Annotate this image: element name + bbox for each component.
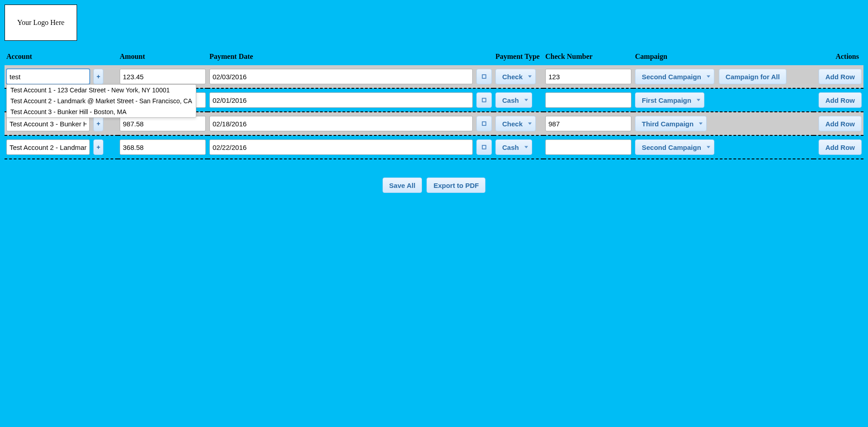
date-picker-button[interactable] (476, 69, 492, 84)
calendar-icon (482, 98, 486, 102)
save-all-button[interactable]: Save All (383, 178, 422, 193)
check-number-input[interactable] (545, 139, 631, 155)
campaign-dropdown[interactable]: Third Campaign (635, 116, 707, 131)
header-account: Account (5, 50, 118, 65)
calendar-icon (482, 145, 486, 149)
add-row-button[interactable]: Add Row (819, 69, 862, 84)
add-account-button[interactable]: + (93, 69, 103, 84)
autocomplete-option[interactable]: Test Account 2 - Landmark @ Market Stree… (7, 96, 196, 106)
payment-date-input[interactable] (209, 116, 473, 131)
header-campaign: Campaign (633, 50, 814, 65)
header-check-number: Check Number (543, 50, 633, 65)
header-payment-type: Payment Type (494, 50, 543, 65)
date-picker-button[interactable] (476, 92, 492, 108)
payment-date-input[interactable] (209, 69, 473, 84)
payments-table-wrap: Account Amount Payment Date Payment Type… (0, 45, 868, 164)
autocomplete-option[interactable]: Test Account 3 - Bunker Hill - Boston, M… (7, 106, 196, 117)
header-amount: Amount (118, 50, 208, 65)
campaign-dropdown[interactable]: Second Campaign (635, 69, 714, 84)
amount-input[interactable] (120, 116, 206, 131)
amount-input[interactable] (120, 139, 206, 155)
add-row-button[interactable]: Add Row (819, 92, 862, 108)
date-picker-button[interactable] (476, 139, 492, 155)
payment-type-dropdown[interactable]: Cash (495, 139, 532, 155)
account-input[interactable] (6, 139, 90, 155)
account-input[interactable] (6, 116, 90, 131)
account-autocomplete-dropdown: Test Account 1 - 123 Cedar Street - New … (6, 84, 196, 118)
payment-date-input[interactable] (209, 139, 473, 155)
date-picker-button[interactable] (476, 116, 492, 131)
payment-type-dropdown[interactable]: Check (495, 116, 536, 131)
add-row-button[interactable]: Add Row (819, 116, 862, 131)
account-input[interactable] (6, 69, 90, 84)
check-number-input[interactable] (545, 69, 631, 84)
calendar-icon (482, 74, 486, 79)
payment-type-dropdown[interactable]: Cash (495, 92, 532, 108)
table-row: +CashSecond CampaignAdd Row (5, 135, 863, 159)
calendar-icon (482, 121, 486, 126)
check-number-input[interactable] (545, 116, 631, 131)
payment-type-dropdown[interactable]: Check (495, 69, 536, 84)
export-pdf-button[interactable]: Export to PDF (427, 178, 485, 193)
header-payment-date: Payment Date (208, 50, 494, 65)
campaign-dropdown[interactable]: Second Campaign (635, 139, 714, 155)
add-account-button[interactable]: + (93, 116, 103, 131)
campaign-dropdown[interactable]: First Campaign (635, 92, 704, 108)
header-actions: Actions (814, 50, 863, 65)
add-account-button[interactable]: + (93, 139, 103, 155)
logo-placeholder: Your Logo Here (5, 5, 77, 41)
footer-buttons: Save All Export to PDF (0, 164, 868, 206)
amount-input[interactable] (120, 69, 206, 84)
add-row-button[interactable]: Add Row (819, 139, 862, 155)
payment-date-input[interactable] (209, 92, 473, 108)
check-number-input[interactable] (545, 92, 631, 108)
autocomplete-option[interactable]: Test Account 1 - 123 Cedar Street - New … (7, 85, 196, 96)
campaign-for-all-button[interactable]: Campaign for All (719, 69, 786, 84)
